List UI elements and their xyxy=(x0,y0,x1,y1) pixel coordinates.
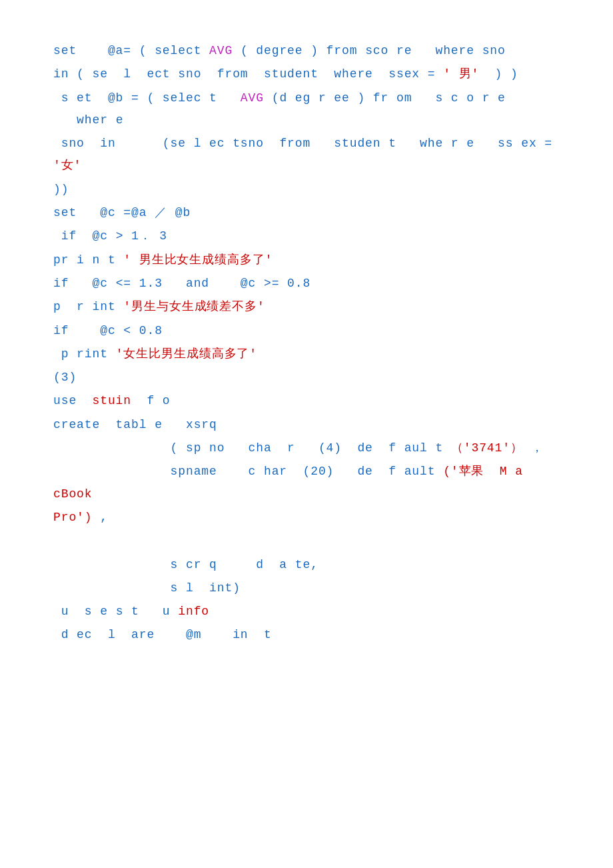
kw-set-c: set xyxy=(53,206,77,219)
col-sno1: sno xyxy=(482,44,506,57)
db-stuinfo: info xyxy=(178,605,209,618)
kw-print1: pr xyxy=(53,253,69,267)
tbl-xsrq: xsrq xyxy=(171,418,217,431)
code-line-8: pr i n t ′ 男生比女生成绩高多了′ xyxy=(53,249,560,271)
paren-open: ( xyxy=(139,44,147,57)
str-similar: '男生与女生成绩差不多′ xyxy=(123,300,265,313)
code-line-20: u s e s t u info xyxy=(53,601,560,623)
val-default-macbook: ('苹果 xyxy=(443,465,484,478)
val-male: ′ 男′ xyxy=(443,67,479,81)
code-line-19: s l int) xyxy=(53,577,560,599)
col-degree: degr xyxy=(256,44,287,57)
val-default-3741: （'3741'） xyxy=(451,441,523,455)
code-line-21: d ec l are @m in t xyxy=(53,624,560,646)
code-line-5: )) xyxy=(53,179,560,201)
func-avg: AVG xyxy=(209,44,233,57)
code-line-18: s cr q d a te, xyxy=(53,554,560,576)
tbl-score1: sc xyxy=(365,44,380,57)
code-line-12: p rint '女生比男生成绩高多了′ xyxy=(53,343,560,365)
code-line-17b: Pro') , xyxy=(53,507,560,529)
keyword-set: set xyxy=(53,44,77,57)
kw-where2: where xyxy=(326,67,373,81)
code-line-17: spname c har (20) de f ault ('苹果 M a cBo… xyxy=(53,461,560,505)
kw-in1: in xyxy=(53,67,69,81)
var-a: @a= xyxy=(108,44,131,57)
val-female: '女′ xyxy=(53,159,81,172)
blank-line xyxy=(53,530,560,552)
str-male-better: ′ 男生比女生成绩高多了′ xyxy=(123,253,273,267)
code-line-1: set @a= ( select AVG ( degree ) from sco… xyxy=(53,40,560,62)
kw-table: tabl xyxy=(108,418,147,431)
code-line-6: set @c =@a ／ @b xyxy=(53,202,560,224)
kw-se: se xyxy=(155,44,170,57)
kw-use: use xyxy=(53,394,77,407)
kw-where1: wh xyxy=(420,44,451,57)
db-stuin: stuin xyxy=(85,394,131,407)
code-line-10: p r int '男生与女生成绩差不多′ xyxy=(53,296,560,318)
code-line-15: create tabl e xsrq xyxy=(53,414,560,436)
code-line-2: in ( se l ect sno from student where sse… xyxy=(53,63,560,85)
code-line-4: sno in (se l ec tsno from studen t whe r… xyxy=(53,133,560,177)
code-container: set @a= ( select AVG ( degree ) from sco… xyxy=(53,40,560,647)
code-line-16: ( sp no cha r (4) de f aul t （'3741'） ， xyxy=(53,437,560,459)
kw-ect: ect xyxy=(178,44,201,57)
val-pro: Pro') xyxy=(53,511,93,524)
code-line-13: (3) xyxy=(53,367,560,389)
kw-from1: fr xyxy=(326,44,342,57)
paren-degree: ( xyxy=(241,44,249,57)
tbl-student1: student xyxy=(256,67,318,81)
code-line-7: if @c > 1． 3 xyxy=(53,225,560,247)
code-line-9: if @c <= 1.3 and @c >= 0.8 xyxy=(53,273,560,295)
str-female-better: '女生比男生成绩高多了′ xyxy=(116,347,257,361)
section-3: (3) xyxy=(53,371,77,384)
kw-create: create xyxy=(53,418,100,431)
code-line-14: use stuin f o xyxy=(53,390,560,412)
code-line-3: s et @b = ( selec t AVG (d eg r ee ) fr … xyxy=(53,87,560,132)
code-line-11: if @c < 0.8 xyxy=(53,320,560,342)
kw-l: l xyxy=(171,44,179,57)
